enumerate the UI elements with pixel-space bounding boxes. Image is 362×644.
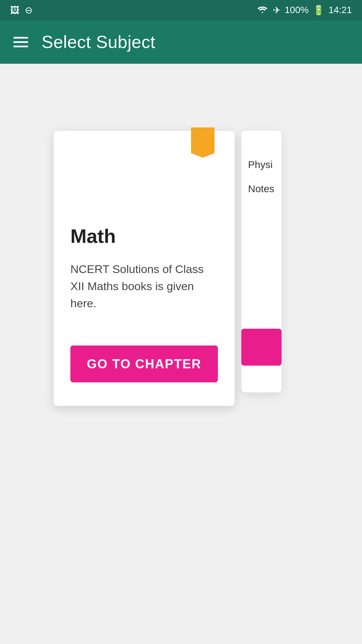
go-to-chapter-button[interactable]: GO TO CHAPTER [70, 345, 218, 382]
bookmark-icon [191, 127, 215, 158]
subject-name: Math [70, 225, 218, 247]
wifi-icon [256, 4, 269, 16]
menu-button[interactable] [13, 37, 28, 47]
status-left-icons: 🖼 ⊖ [10, 5, 33, 16]
battery-icon: 🔋 [313, 5, 324, 16]
physics-button-partial [241, 329, 282, 366]
time-display: 14:21 [328, 5, 352, 15]
math-card[interactable]: Math NCERT Solutions of Class XII Maths … [54, 131, 235, 406]
cards-container: Math NCERT Solutions of Class XII Maths … [0, 131, 282, 406]
physics-description-partial: Notes [248, 182, 274, 196]
subject-description: NCERT Solutions of Class XII Maths books… [70, 261, 218, 312]
physics-card-partial[interactable]: Physi Notes [241, 131, 282, 392]
battery-percent: 100% [285, 5, 309, 15]
minus-circle-icon: ⊖ [25, 5, 33, 16]
physics-subject-name-partial: Physi [248, 158, 273, 172]
status-bar: 🖼 ⊖ ✈ 100% 🔋 14:21 [0, 0, 362, 20]
photo-icon: 🖼 [10, 5, 19, 16]
airplane-icon: ✈ [273, 5, 281, 16]
main-content: Math NCERT Solutions of Class XII Maths … [0, 64, 362, 644]
page-title: Select Subject [42, 32, 155, 52]
status-right-info: ✈ 100% 🔋 14:21 [256, 4, 352, 16]
app-bar: Select Subject [0, 20, 362, 64]
